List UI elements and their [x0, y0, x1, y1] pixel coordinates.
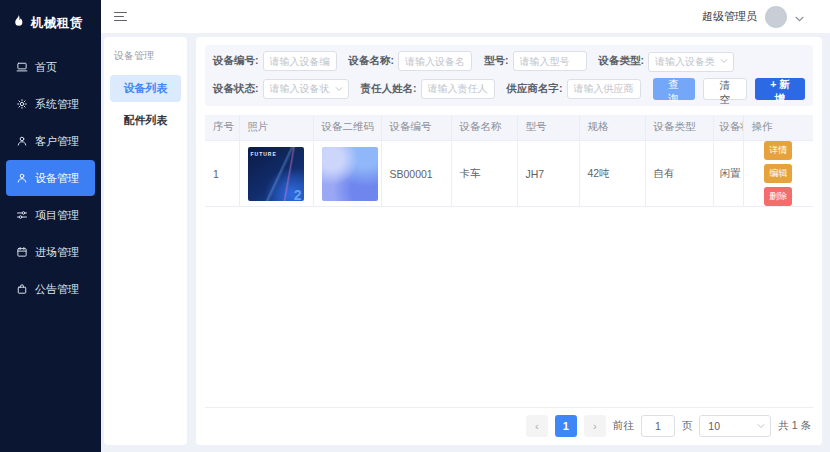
submenu-title: 设备管理 — [104, 49, 187, 63]
photo-overlay-text: FUTURE — [251, 151, 277, 157]
field-label: 设备状态: — [213, 82, 259, 96]
page-size-select[interactable] — [699, 415, 771, 437]
user-icon — [16, 172, 28, 184]
responsible-name-input[interactable] — [421, 79, 495, 99]
avatar[interactable] — [765, 6, 787, 28]
chevron-down-icon — [757, 424, 765, 429]
sidebar-item-label: 设备管理 — [35, 171, 79, 186]
topbar: 超级管理员 — [101, 0, 830, 33]
supplier-name-input[interactable] — [567, 79, 641, 99]
sidebar-nav: 首页 系统管理 客户管理 设备管理 — [0, 49, 101, 307]
goto-label: 前往 — [613, 419, 634, 433]
sliders-icon — [16, 209, 28, 221]
column-header-photo: 照片 — [239, 115, 313, 141]
table-header-row: 序号 照片 设备二维码 设备编号 设备名称 型号 规格 设备类型 设备状态 操作 — [205, 115, 813, 141]
equipment-code-input[interactable] — [263, 51, 337, 71]
filter-field-model: 型号: — [484, 51, 587, 71]
submenu-item-equipment-list[interactable]: 设备列表 — [110, 75, 181, 102]
goto-page-input[interactable] — [641, 415, 675, 437]
filter-panel: 设备编号: 设备名称: 型号: 设备类型: — [205, 45, 813, 106]
delete-button[interactable]: 删除 — [764, 187, 792, 206]
equipment-status-select[interactable] — [263, 78, 349, 99]
filter-row-1: 设备编号: 设备名称: 型号: 设备类型: — [213, 51, 805, 72]
page-unit-label: 页 — [682, 419, 693, 433]
prev-page-button[interactable]: ‹ — [526, 415, 548, 437]
page-number-button[interactable]: 1 — [555, 415, 577, 437]
sidebar: 机械租赁 首页 系统管理 客户管理 — [0, 0, 101, 452]
home-icon — [16, 61, 28, 73]
column-header-status: 设备状态 — [713, 115, 743, 141]
username: 超级管理员 — [702, 9, 757, 24]
column-header-code: 设备编号 — [381, 115, 451, 141]
pagination: ‹ 1 › 前往 页 共 1 条 — [205, 415, 813, 437]
user-menu[interactable]: 超级管理员 — [702, 6, 830, 28]
cell-code: SB00001 — [381, 141, 451, 207]
total-count-label: 共 1 条 — [778, 419, 811, 433]
clear-button[interactable]: 清空 — [703, 78, 747, 100]
cell-model: JH7 — [517, 141, 579, 207]
sidebar-item-label: 系统管理 — [35, 97, 79, 112]
equipment-table: 序号 照片 设备二维码 设备编号 设备名称 型号 规格 设备类型 设备状态 操作 — [205, 115, 813, 208]
sidebar-item-label: 首页 — [35, 60, 57, 75]
sidebar-item-equipment[interactable]: 设备管理 — [6, 160, 95, 196]
equipment-type-select[interactable] — [648, 51, 734, 72]
column-header-actions: 操作 — [743, 115, 813, 141]
table-row: 1 FUTURE 2 SB00001 卡车 JH7 — [205, 141, 813, 207]
equipment-name-input[interactable] — [398, 51, 472, 71]
column-header-name: 设备名称 — [451, 115, 517, 141]
edit-button[interactable]: 编辑 — [764, 164, 792, 183]
app-window: 机械租赁 首页 系统管理 客户管理 — [0, 0, 830, 452]
add-button[interactable]: + 新增 — [755, 78, 805, 100]
sidebar-item-customers[interactable]: 客户管理 — [6, 123, 95, 159]
column-header-qrcode: 设备二维码 — [313, 115, 381, 141]
cell-name: 卡车 — [451, 141, 517, 207]
cell-spec: 42吨 — [579, 141, 645, 207]
row-actions: 详情 编辑 删除 — [752, 141, 806, 206]
filter-field-equipment-code: 设备编号: — [213, 51, 337, 71]
field-label: 责任人姓名: — [361, 82, 417, 96]
submenu-item-parts-list[interactable]: 配件列表 — [110, 107, 181, 134]
next-page-button[interactable]: › — [584, 415, 606, 437]
field-label: 型号: — [484, 54, 509, 68]
submenu-panel: 设备管理 设备列表 配件列表 — [104, 37, 187, 445]
field-label: 供应商名字: — [507, 82, 563, 96]
cell-actions: 详情 编辑 删除 — [743, 141, 813, 207]
cell-status: 闲置 — [713, 141, 743, 207]
cell-photo: FUTURE 2 — [239, 141, 313, 207]
submenu-item-label: 设备列表 — [124, 81, 168, 96]
field-label: 设备编号: — [213, 54, 259, 68]
filter-field-supplier-name: 供应商名字: — [507, 79, 641, 99]
gear-icon — [16, 98, 28, 110]
brand-name: 机械租赁 — [31, 15, 83, 32]
sidebar-item-label: 公告管理 — [35, 282, 79, 297]
equipment-photo[interactable]: FUTURE 2 — [248, 147, 304, 201]
sidebar-item-home[interactable]: 首页 — [6, 49, 95, 85]
collapse-menu-icon[interactable] — [114, 12, 127, 22]
photo-corner-text: 2 — [294, 187, 302, 201]
chevron-down-icon — [720, 59, 728, 64]
search-button[interactable]: 查询 — [653, 78, 695, 100]
equipment-qrcode-image[interactable] — [322, 147, 378, 201]
field-label: 设备类型: — [599, 54, 645, 68]
sidebar-item-announcements[interactable]: 公告管理 — [6, 271, 95, 307]
brand-logo: 机械租赁 — [0, 0, 101, 33]
filter-row-2: 设备状态: 责任人姓名: 供应商名字: — [213, 78, 805, 100]
cell-index: 1 — [205, 141, 239, 207]
column-header-type: 设备类型 — [645, 115, 713, 141]
sidebar-item-projects[interactable]: 项目管理 — [6, 197, 95, 233]
sidebar-item-entry[interactable]: 进场管理 — [6, 234, 95, 270]
detail-button[interactable]: 详情 — [764, 141, 792, 160]
filter-field-responsible-name: 责任人姓名: — [361, 79, 495, 99]
filter-field-equipment-type: 设备类型: — [599, 51, 735, 72]
cell-type: 自有 — [645, 141, 713, 207]
column-header-model: 型号 — [517, 115, 579, 141]
sidebar-item-label: 进场管理 — [35, 245, 79, 260]
sidebar-item-system[interactable]: 系统管理 — [6, 86, 95, 122]
chevron-down-icon — [335, 86, 343, 91]
model-input[interactable] — [513, 51, 587, 71]
column-header-index: 序号 — [205, 115, 239, 141]
filter-field-equipment-status: 设备状态: — [213, 78, 349, 99]
main-panel: 设备编号: 设备名称: 型号: 设备类型: — [196, 37, 822, 445]
user-icon — [16, 135, 28, 147]
filter-field-equipment-name: 设备名称: — [349, 51, 473, 71]
